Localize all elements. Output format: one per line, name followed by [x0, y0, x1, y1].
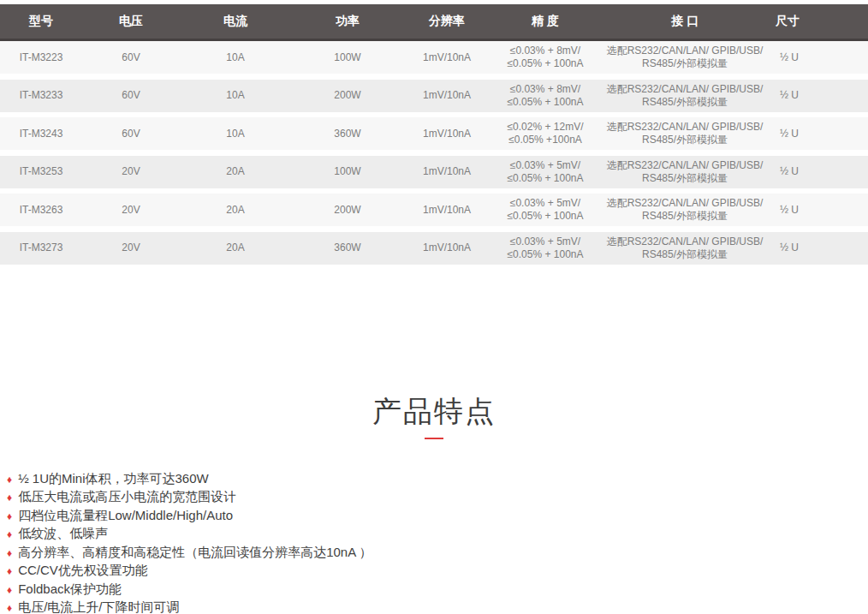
feature-text: 四档位电流量程Low/Middle/High/Auto	[18, 507, 233, 525]
table-cell: IT-M3223	[0, 41, 82, 74]
spec-table: 型号电压电流功率分辨率精 度接 口尺寸 IT-M322360V10A100W1m…	[0, 4, 868, 265]
table-cell: ≤0.03% + 5mV/≤0.05% + 100nA	[490, 194, 601, 226]
table-row: IT-M322360V10A100W1mV/10nA≤0.03% + 8mV/≤…	[0, 41, 868, 74]
table-cell: 20A	[180, 232, 291, 265]
table-cell: ½ U	[769, 41, 868, 74]
table-cell: 1mV/10nA	[404, 41, 490, 74]
table-cell: 选配RS232/CAN/LAN/ GPIB/USB/ RS485/外部模拟量	[601, 194, 769, 226]
product-spec-page: 型号电压电流功率分辨率精 度接 口尺寸 IT-M322360V10A100W1m…	[0, 0, 868, 614]
table-cell: 60V	[82, 41, 180, 74]
feature-item: ♦低纹波、低噪声	[7, 525, 868, 544]
table-cell: IT-M3243	[0, 117, 82, 150]
table-cell: 100W	[291, 156, 404, 188]
feature-item: ♦低压大电流或高压小电流的宽范围设计	[7, 488, 868, 507]
column-header: 电压	[82, 4, 180, 39]
table-cell: 20A	[180, 194, 291, 226]
table-cell: ½ U	[769, 80, 868, 112]
table-cell: 60V	[82, 80, 180, 112]
column-header: 接 口	[601, 4, 769, 39]
diamond-bullet-icon: ♦	[7, 526, 12, 544]
table-cell: 1mV/10nA	[404, 117, 490, 150]
table-cell: 10A	[180, 117, 291, 150]
table-row: IT-M326320V20A200W1mV/10nA≤0.03% + 5mV/≤…	[0, 194, 868, 226]
feature-item: ♦½ 1U的Mini体积，功率可达360W	[7, 470, 868, 489]
feature-item: ♦电压/电流上升/下降时间可调	[7, 599, 868, 614]
diamond-bullet-icon: ♦	[7, 581, 12, 599]
table-cell: IT-M3273	[0, 232, 82, 265]
table-cell: IT-M3233	[0, 80, 82, 112]
title-underline-dash	[425, 438, 443, 439]
feature-text: ½ 1U的Mini体积，功率可达360W	[18, 470, 209, 488]
table-cell: 1mV/10nA	[404, 80, 490, 112]
table-cell: 60V	[82, 117, 180, 150]
table-cell: 20A	[180, 156, 291, 188]
table-row: IT-M325320V20A100W1mV/10nA≤0.03% + 5mV/≤…	[0, 156, 868, 188]
table-cell: 360W	[291, 117, 404, 150]
table-cell: 20V	[82, 156, 180, 188]
column-header: 分辨率	[404, 4, 490, 39]
spec-table-header: 型号电压电流功率分辨率精 度接 口尺寸	[0, 4, 868, 41]
table-cell: 20V	[82, 194, 180, 226]
feature-list: ♦½ 1U的Mini体积，功率可达360W♦低压大电流或高压小电流的宽范围设计♦…	[0, 470, 868, 614]
table-cell: ½ U	[769, 194, 868, 226]
feature-text: 高分辨率、高精度和高稳定性（电流回读值分辨率高达10nA ）	[18, 544, 372, 562]
table-cell: 选配RS232/CAN/LAN/ GPIB/USB/ RS485/外部模拟量	[601, 156, 769, 188]
table-cell: 选配RS232/CAN/LAN/ GPIB/USB/ RS485/外部模拟量	[601, 80, 769, 112]
column-header: 型号	[0, 4, 82, 39]
table-cell: 200W	[291, 80, 404, 112]
feature-item: ♦CC/CV优先权设置功能	[7, 562, 868, 581]
table-cell: 10A	[180, 80, 291, 112]
features-title: 产品特点	[0, 392, 868, 430]
table-cell: ½ U	[769, 232, 868, 265]
table-cell: 20V	[82, 232, 180, 265]
table-cell: 360W	[291, 232, 404, 265]
table-cell: 选配RS232/CAN/LAN/ GPIB/USB/ RS485/外部模拟量	[601, 41, 769, 74]
feature-item: ♦四档位电流量程Low/Middle/High/Auto	[7, 507, 868, 526]
table-cell: 1mV/10nA	[404, 232, 490, 265]
diamond-bullet-icon: ♦	[7, 471, 12, 489]
table-cell: 10A	[180, 41, 291, 74]
table-cell: ≤0.02% + 12mV/≤0.05% +100nA	[490, 117, 601, 150]
table-row: IT-M323360V10A200W1mV/10nA≤0.03% + 8mV/≤…	[0, 80, 868, 112]
feature-item: ♦Foldback保护功能	[7, 581, 868, 599]
column-header: 功率	[291, 4, 404, 39]
feature-text: 电压/电流上升/下降时间可调	[18, 599, 179, 614]
table-row: IT-M327320V20A360W1mV/10nA≤0.03% + 5mV/≤…	[0, 232, 868, 265]
table-cell: ≤0.03% + 5mV/≤0.05% + 100nA	[490, 232, 601, 265]
diamond-bullet-icon: ♦	[7, 563, 12, 581]
table-cell: 选配RS232/CAN/LAN/ GPIB/USB/ RS485/外部模拟量	[601, 232, 769, 265]
table-cell: ≤0.03% + 5mV/≤0.05% + 100nA	[490, 156, 601, 188]
diamond-bullet-icon: ♦	[7, 599, 12, 614]
table-cell: 100W	[291, 41, 404, 74]
table-cell: 1mV/10nA	[404, 156, 490, 188]
table-cell: IT-M3263	[0, 194, 82, 226]
feature-item: ♦高分辨率、高精度和高稳定性（电流回读值分辨率高达10nA ）	[7, 544, 868, 563]
diamond-bullet-icon: ♦	[7, 545, 12, 563]
table-cell: 选配RS232/CAN/LAN/ GPIB/USB/ RS485/外部模拟量	[601, 117, 769, 150]
feature-text: 低压大电流或高压小电流的宽范围设计	[18, 488, 236, 506]
feature-text: 低纹波、低噪声	[18, 525, 108, 543]
table-cell: ½ U	[769, 117, 868, 150]
table-cell: IT-M3253	[0, 156, 82, 188]
diamond-bullet-icon: ♦	[7, 508, 12, 526]
column-header: 精 度	[490, 4, 601, 39]
column-header: 尺寸	[769, 4, 868, 39]
table-cell: 1mV/10nA	[404, 194, 490, 226]
features-section: 产品特点 ♦½ 1U的Mini体积，功率可达360W♦低压大电流或高压小电流的宽…	[0, 392, 868, 614]
column-header: 电流	[180, 4, 291, 39]
table-cell: ≤0.03% + 8mV/≤0.05% + 100nA	[490, 80, 601, 112]
feature-text: Foldback保护功能	[18, 581, 122, 599]
table-row: IT-M324360V10A360W1mV/10nA≤0.02% + 12mV/…	[0, 117, 868, 150]
table-cell: ≤0.03% + 8mV/≤0.05% + 100nA	[490, 41, 601, 74]
spec-table-body: IT-M322360V10A100W1mV/10nA≤0.03% + 8mV/≤…	[0, 41, 868, 265]
table-cell: ½ U	[769, 156, 868, 188]
diamond-bullet-icon: ♦	[7, 489, 12, 507]
feature-text: CC/CV优先权设置功能	[18, 562, 148, 580]
table-cell: 200W	[291, 194, 404, 226]
